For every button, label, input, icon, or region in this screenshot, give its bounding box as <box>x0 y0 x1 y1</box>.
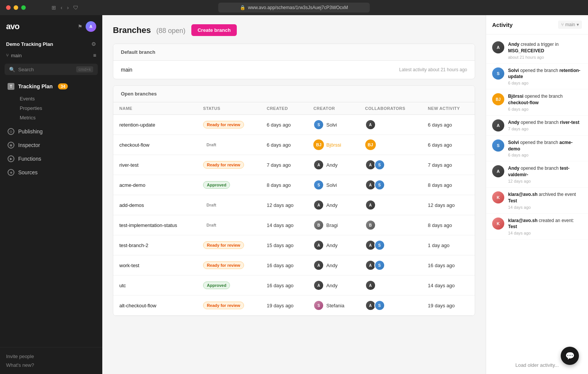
collaborator-avatar: BJ <box>313 139 324 150</box>
sidebar-item-inspector[interactable]: ◉ Inspector <box>2 138 101 152</box>
creator-cell: AAndy <box>307 235 359 255</box>
minimize-button[interactable] <box>14 5 18 10</box>
gear-icon[interactable]: ⚙ <box>91 41 96 47</box>
maximize-button[interactable] <box>21 5 26 10</box>
branch-name-link[interactable]: utc <box>119 283 126 288</box>
sources-icon: ◈ <box>8 169 14 176</box>
activity-time: 14 days ago <box>508 205 582 210</box>
sidebar-item-functions[interactable]: ▶ Functions <box>2 152 101 166</box>
creator-cell: BBragi <box>307 215 359 235</box>
branch-name-link[interactable]: alt-checkout-flow <box>119 303 156 308</box>
creator-name: Bragi <box>326 222 338 228</box>
status-badge: Draft <box>203 141 220 148</box>
collaborator-avatar: S <box>374 260 385 271</box>
table-row[interactable]: utcApproved16 days agoAAndyA14 days ago <box>113 275 475 296</box>
new-activity-date: 8 days ago <box>422 215 475 235</box>
default-branch-activity: Latest activity about 21 hours ago <box>399 67 467 72</box>
table-row[interactable]: work-testReady for review16 days agoAAnd… <box>113 255 475 275</box>
collaborator-group: BJ <box>365 139 416 150</box>
table-row[interactable]: test-branch-2Ready for review15 days ago… <box>113 235 475 255</box>
whats-new-link[interactable]: What's new? <box>6 361 96 369</box>
collaborator-avatar: A <box>313 160 324 170</box>
default-section-header: Default branch <box>113 44 475 61</box>
branch-name-link[interactable]: add-demos <box>119 202 144 208</box>
sidebar-item-tracking-plan[interactable]: T Tracking Plan 34 <box>2 80 101 93</box>
created-date: 6 days ago <box>261 135 307 155</box>
branch-menu-icon[interactable]: ≡ <box>93 52 96 58</box>
sidebar-toggle-icon[interactable]: ⊞ <box>52 5 56 11</box>
activity-time: 6 days ago <box>508 81 582 85</box>
collaborators-cell: AS <box>359 155 422 175</box>
sidebar-header: avo ⚑ A <box>0 15 102 38</box>
new-activity-date: 12 days ago <box>422 195 475 215</box>
branch-name-link[interactable]: river-test <box>119 162 139 168</box>
sidebar-item-publishing[interactable]: ◎ Publishing <box>2 125 101 138</box>
user-avatar[interactable]: A <box>86 21 96 32</box>
collaborator-group: AS <box>365 180 416 190</box>
branch-name-link[interactable]: retention-update <box>119 122 155 128</box>
table-row[interactable]: add-demosDraft12 days agoAAndyA12 days a… <box>113 195 475 215</box>
created-date: 15 days ago <box>261 235 307 255</box>
col-collaborators: COLLABORATORS <box>359 102 422 115</box>
table-row[interactable]: river-testReady for review7 days agoAAnd… <box>113 155 475 175</box>
collaborator-group: A <box>365 119 416 130</box>
activity-avatar: K <box>492 191 504 203</box>
open-count: (88 open) <box>156 27 185 34</box>
search-bar[interactable]: 🔍 Search cmd+k <box>5 64 98 75</box>
branch-item[interactable]: ⑂ main ≡ <box>0 50 102 61</box>
sub-nav-properties[interactable]: Properties <box>15 103 102 113</box>
shield-icon: 🛡 <box>73 5 78 11</box>
status-badge: Draft <box>203 202 220 208</box>
status-badge: Draft <box>203 222 220 228</box>
collaborator-avatar: S <box>374 300 385 311</box>
open-section-header: Open branches <box>113 86 475 102</box>
collaborator-avatar: A <box>313 200 324 210</box>
flag-icon[interactable]: ⚑ <box>78 23 83 30</box>
sub-nav-events[interactable]: Events <box>15 94 102 103</box>
nav-forward-icon[interactable]: › <box>67 5 69 11</box>
sources-label: Sources <box>18 169 38 175</box>
collaborator-group: A <box>365 200 416 210</box>
branch-selector[interactable]: ⑂ main ▾ <box>558 20 582 29</box>
branch-name-link[interactable]: checkout-flow <box>119 142 149 148</box>
new-activity-date: 7 days ago <box>422 155 475 175</box>
functions-label: Functions <box>18 156 41 162</box>
table-row[interactable]: test-implementation-statusDraft14 days a… <box>113 215 475 235</box>
branch-name-link[interactable]: work-test <box>119 263 139 268</box>
sidebar-item-sources[interactable]: ◈ Sources <box>2 166 101 179</box>
collaborator-avatar: B <box>313 220 324 230</box>
table-row[interactable]: acme-demoApproved8 days agoSSolviAS8 day… <box>113 175 475 195</box>
branch-name-link[interactable]: test-implementation-status <box>119 222 177 228</box>
table-row[interactable]: checkout-flowDraft6 days agoBJBjörssiBJ6… <box>113 135 475 155</box>
created-date: 16 days ago <box>261 255 307 275</box>
status-badge: Ready for review <box>203 241 244 249</box>
table-row[interactable]: alt-checkout-flowReady for review19 days… <box>113 296 475 316</box>
activity-avatar: K <box>492 218 504 230</box>
window-chrome: ⊞ ‹ › 🛡 🔒 www.avo.app/schemas/1rw3sJsAue… <box>0 0 588 15</box>
new-activity-date: 8 days ago <box>422 175 475 195</box>
address-bar[interactable]: 🔒 www.avo.app/schemas/1rw3sJsAuej7cP3WOc… <box>218 3 370 13</box>
close-button[interactable] <box>6 5 11 10</box>
activity-content: Solvi opened the branch retention-update… <box>508 67 582 86</box>
workspace-item[interactable]: Demo Tracking Plan ⚙ <box>0 38 102 50</box>
branch-name-link[interactable]: acme-demo <box>119 182 145 188</box>
activity-time: 12 days ago <box>508 179 582 183</box>
default-branch-row[interactable]: main Latest activity about 21 hours ago <box>113 61 475 79</box>
page-header: Branches (88 open) Create branch <box>113 24 475 36</box>
search-icon: 🔍 <box>9 67 15 72</box>
branch-name-link[interactable]: test-branch-2 <box>119 243 149 248</box>
chat-fab-button[interactable]: 💬 <box>561 347 579 365</box>
sub-nav-metrics[interactable]: Metrics <box>15 113 102 122</box>
collaborator-avatar: A <box>313 280 324 291</box>
logo: avo <box>6 22 19 31</box>
nav-back-icon[interactable]: ‹ <box>61 5 63 11</box>
activity-text: Björssi opened the branch checkout-flow <box>508 93 582 106</box>
status-badge: Ready for review <box>203 261 244 269</box>
activity-text: Andy opened the branch river-test <box>508 119 582 126</box>
create-branch-button[interactable]: Create branch <box>191 24 236 36</box>
table-row[interactable]: retention-updateReady for review6 days a… <box>113 115 475 135</box>
collaborators-cell: AS <box>359 255 422 275</box>
favicon-icon: 🔒 <box>240 5 246 10</box>
activity-time: 14 days ago <box>508 231 582 235</box>
invite-people-link[interactable]: Invite people <box>6 352 96 361</box>
